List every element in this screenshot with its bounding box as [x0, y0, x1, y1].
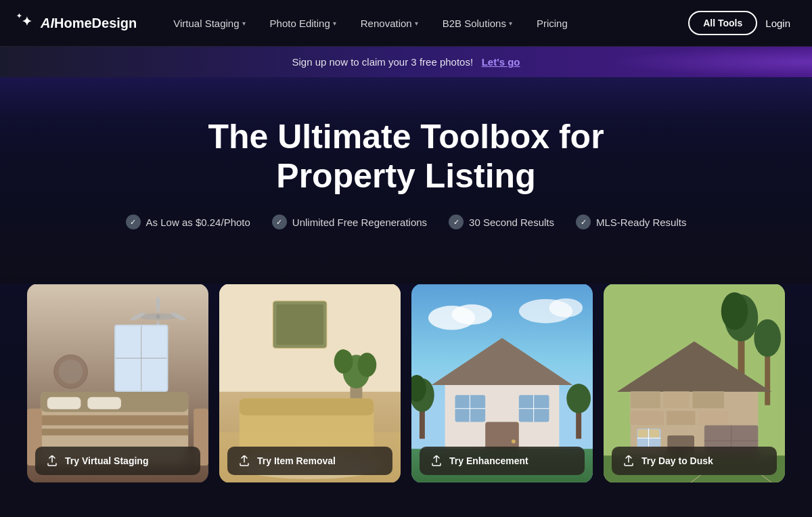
try-virtual-staging-label: Try Virtual Staging: [65, 455, 148, 466]
card-enhancement[interactable]: Try Enhancement: [411, 284, 593, 483]
logo-icon: ✦: [22, 14, 37, 32]
upload-icon-2: [238, 455, 250, 467]
svg-point-63: [754, 319, 781, 357]
features-row: ✓ As Low as $0.24/Photo ✓ Unlimited Free…: [27, 215, 785, 229]
feature-mls-label: MLS-Ready Results: [596, 217, 686, 228]
check-icon-speed: ✓: [449, 215, 464, 229]
feature-price-label: As Low as $0.24/Photo: [146, 217, 250, 228]
card-overlay-day-to-dusk: Try Day to Dusk: [604, 447, 785, 483]
nav-item-virtual-staging[interactable]: Virtual Staging ▾: [164, 12, 254, 35]
svg-rect-15: [87, 397, 121, 409]
nav-item-pricing[interactable]: Pricing: [527, 12, 577, 35]
card-virtual-staging[interactable]: Try Virtual Staging: [27, 284, 208, 483]
svg-rect-25: [276, 305, 323, 345]
upload-icon-3: [430, 455, 443, 467]
svg-rect-70: [631, 411, 664, 426]
try-enhancement-label: Try Enhancement: [449, 455, 528, 466]
svg-text:✦: ✦: [22, 15, 32, 28]
svg-rect-69: [692, 392, 725, 409]
hero-bg-overlay: [0, 77, 812, 118]
nav-item-renovation[interactable]: Renovation ▾: [351, 12, 428, 35]
cards-row: Try Virtual Staging: [0, 284, 812, 517]
try-virtual-staging-button[interactable]: Try Virtual Staging: [35, 447, 200, 475]
navbar: ✦ AIHomeDesign Virtual Staging ▾ Photo E…: [0, 0, 812, 47]
banner-text: Sign up now to claim your 3 free photos!: [292, 56, 473, 68]
logo-text: AIHomeDesign: [41, 16, 137, 31]
svg-rect-67: [631, 392, 661, 409]
svg-rect-83: [649, 429, 659, 437]
nav-links: Virtual Staging ▾ Photo Editing ▾ Renova…: [164, 12, 688, 35]
feature-regen-label: Unlimited Free Regenerations: [292, 217, 427, 228]
svg-rect-17: [41, 429, 188, 436]
upload-icon-4: [623, 455, 635, 467]
feature-price: ✓ As Low as $0.24/Photo: [126, 215, 250, 229]
svg-point-38: [452, 305, 493, 325]
logo[interactable]: ✦ AIHomeDesign: [22, 14, 137, 32]
feature-speed: ✓ 30 Second Results: [449, 215, 554, 229]
svg-point-61: [721, 292, 748, 330]
svg-point-6: [156, 296, 160, 313]
banner-link[interactable]: Let's go: [482, 56, 520, 68]
svg-rect-16: [41, 415, 188, 426]
card-day-to-dusk[interactable]: Try Day to Dusk: [604, 284, 785, 483]
svg-rect-82: [638, 429, 648, 437]
card-overlay-item-removal: Try Item Removal: [219, 447, 401, 483]
nav-item-photo-editing[interactable]: Photo Editing ▾: [261, 12, 346, 35]
try-enhancement-button[interactable]: Try Enhancement: [420, 447, 585, 475]
upload-icon: [46, 455, 58, 467]
svg-point-29: [357, 353, 376, 377]
svg-point-51: [512, 439, 516, 443]
svg-rect-71: [666, 411, 696, 426]
svg-point-57: [566, 384, 591, 413]
svg-point-21: [59, 359, 83, 384]
card-item-removal[interactable]: Try Item Removal: [219, 284, 401, 483]
nav-item-b2b-solutions[interactable]: B2B Solutions ▾: [433, 12, 522, 35]
all-tools-button[interactable]: All Tools: [688, 11, 757, 35]
check-icon-price: ✓: [126, 215, 141, 229]
check-icon-mls: ✓: [576, 215, 591, 229]
svg-point-28: [334, 349, 353, 374]
chevron-down-icon: ▾: [415, 20, 418, 27]
try-day-to-dusk-button[interactable]: Try Day to Dusk: [612, 447, 777, 475]
svg-rect-68: [662, 392, 690, 409]
feature-mls: ✓ MLS-Ready Results: [576, 215, 686, 229]
card-overlay-virtual-staging: Try Virtual Staging: [27, 447, 208, 483]
chevron-down-icon: ▾: [333, 20, 336, 27]
check-icon-regen: ✓: [272, 215, 287, 229]
hero-title: The Ultimate Toolbox for Property Listin…: [135, 118, 677, 196]
svg-point-40: [549, 298, 583, 317]
card-overlay-enhancement: Try Enhancement: [411, 447, 593, 483]
nav-right: All Tools Login: [688, 11, 790, 35]
feature-speed-label: 30 Second Results: [469, 217, 554, 228]
hero-section: The Ultimate Toolbox for Property Listin…: [0, 77, 812, 284]
chevron-down-icon: ▾: [242, 20, 246, 27]
svg-rect-14: [47, 397, 81, 409]
try-item-removal-button[interactable]: Try Item Removal: [227, 447, 392, 475]
svg-rect-31: [240, 399, 374, 415]
chevron-down-icon: ▾: [509, 20, 512, 27]
promo-banner: Sign up now to claim your 3 free photos!…: [0, 47, 812, 77]
try-day-to-dusk-label: Try Day to Dusk: [641, 455, 713, 466]
feature-regen: ✓ Unlimited Free Regenerations: [272, 215, 427, 229]
login-button[interactable]: Login: [765, 18, 790, 29]
svg-rect-72: [698, 411, 729, 426]
try-item-removal-label: Try Item Removal: [257, 455, 336, 466]
